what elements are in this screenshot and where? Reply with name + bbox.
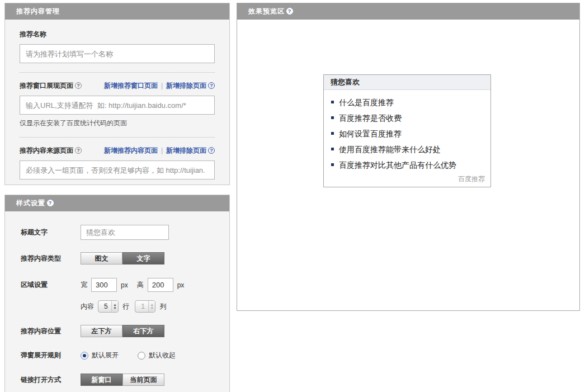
widget-item: 百度推荐是否收费 [331,114,490,123]
add-exclude-page-link[interactable]: 新增排除页面 [166,82,206,89]
content-type-label: 推荐内容类型 [21,254,81,263]
expand-default-radio[interactable] [81,352,88,360]
display-pages-url-input[interactable] [20,96,215,115]
content-management-title: 推荐内容管理 [16,7,60,15]
recommend-name-input[interactable] [20,44,215,63]
widget-item-list: 什么是百度推荐 百度推荐是否收费 如何设置百度推荐 使用百度推荐能带来什么好处 … [324,90,490,170]
position-bottom-left-button[interactable]: 左下方 [81,325,122,337]
widget-item: 如何设置百度推荐 [331,129,490,139]
width-input[interactable] [91,278,117,292]
popup-rule-label: 弹窗展开规则 [21,351,81,360]
rows-unit: 行 [122,302,129,311]
title-text-label: 标题文字 [21,228,81,237]
help-icon[interactable]: ? [75,82,82,89]
cols-stepper[interactable]: 1 ▴▾ [135,300,155,313]
link-open-label: 链接打开方式 [21,375,81,385]
content-management-panel: 推荐内容管理 推荐名称 推荐窗口展现页面? 新增推荐窗口页面|新增排除页面? 仅… [4,3,230,185]
expand-default-label: 默认展开 [92,351,119,360]
position-bottom-right-button[interactable]: 右下方 [122,325,164,337]
source-pages-label: 推荐内容来源页面? [20,146,82,155]
help-icon[interactable]: ? [75,147,82,154]
recommend-name-label: 推荐名称 [20,30,215,39]
rows-stepper[interactable]: 5 ▴▾ [98,300,119,313]
title-text-input[interactable] [81,225,169,240]
widget-title: 猜您喜欢 [324,75,490,90]
height-unit: px [177,281,185,289]
style-settings-title: 样式设置 [16,199,45,207]
source-pages-url-input[interactable] [20,160,215,180]
height-label: 高 [137,280,144,290]
preview-panel: 效果预览区? 猜您喜欢 什么是百度推荐 百度推荐是否收费 如何设置百度推荐 使用… [237,3,580,311]
widget-item: 百度推荐对比其他产品有什么优势 [331,160,490,170]
display-pages-label: 推荐窗口展现页面? [20,81,82,91]
collapse-default-label: 默认收起 [149,351,176,360]
preview-area: 猜您喜欢 什么是百度推荐 百度推荐是否收费 如何设置百度推荐 使用百度推荐能带来… [237,20,579,310]
stepper-arrows-icon: ▴▾ [148,301,155,312]
divider [20,137,215,138]
content-count-label: 内容 [81,302,94,311]
collapse-default-radio[interactable] [138,352,145,360]
divider [20,72,215,73]
open-new-window-button[interactable]: 新窗口 [81,374,122,386]
link-divider: | [161,82,163,89]
link-divider: | [161,147,163,154]
add-source-page-link[interactable]: 新增推荐内容页面 [104,147,158,154]
help-icon[interactable]: ? [47,200,54,206]
recommendation-widget-preview: 猜您喜欢 什么是百度推荐 百度推荐是否收费 如何设置百度推荐 使用百度推荐能带来… [323,74,491,187]
width-unit: px [121,281,128,289]
content-type-image-text-button[interactable]: 图文 [81,252,122,265]
help-icon[interactable]: ? [208,82,215,89]
help-icon[interactable]: ? [208,147,215,154]
content-management-header: 推荐内容管理 [5,3,229,20]
stepper-arrows-icon[interactable]: ▴▾ [111,301,119,312]
area-settings-label: 区域设置 [21,280,81,290]
add-exclude-source-link[interactable]: 新增排除页面 [166,147,206,154]
widget-item: 什么是百度推荐 [331,98,490,107]
content-type-text-button[interactable]: 文字 [122,252,164,265]
style-settings-panel: 样式设置? 标题文字 推荐内容类型 图文 文字 区域设置 宽 px 高 px 内… [4,195,230,392]
widget-brand-label: 百度推荐 [458,174,485,184]
display-pages-note: 仅显示在安装了百度统计代码的页面 [20,119,215,128]
style-settings-header: 样式设置? [5,195,229,211]
widget-item: 使用百度推荐能带来什么好处 [331,145,490,154]
cols-unit: 列 [159,302,166,311]
help-icon[interactable]: ? [286,8,293,15]
height-input[interactable] [148,278,173,292]
add-display-page-link[interactable]: 新增推荐窗口页面 [104,82,158,89]
open-current-page-button[interactable]: 当前页面 [122,374,164,386]
preview-header: 效果预览区? [237,3,579,20]
width-label: 宽 [81,280,87,290]
position-label: 推荐内容位置 [21,327,81,336]
preview-title: 效果预览区 [248,7,285,15]
